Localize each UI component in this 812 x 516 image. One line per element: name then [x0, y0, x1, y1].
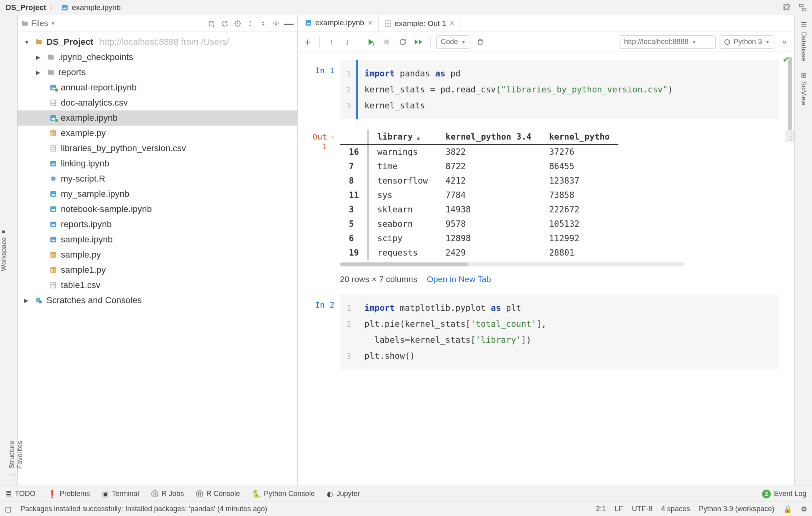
caret-down-icon[interactable]: ▼ [24, 39, 31, 45]
tree-file[interactable]: sample.ipynb [18, 232, 297, 247]
file-encoding[interactable]: UTF-8 [632, 505, 652, 513]
lock-icon[interactable]: 🔒 [783, 505, 792, 514]
editor-tab[interactable]: example.ipynb ✕ [299, 15, 379, 32]
notebook-content[interactable]: ✔ In 1 123 import pandas as pd kernel_st… [298, 52, 794, 486]
interpreter[interactable]: Python 3.9 (workspace) [699, 505, 774, 513]
tree-file[interactable]: notebook-sample.ipynb [18, 202, 297, 217]
kernel-select[interactable]: Python 3 ▼ [720, 35, 774, 49]
output-dataframe[interactable]: library▲kernel_python 3.4kernel_pytho 16… [340, 130, 618, 260]
tool-jupyter[interactable]: ◐Jupyter [327, 490, 360, 498]
notification-icon[interactable]: ▢ [5, 505, 12, 514]
project-view-label[interactable]: Files [31, 19, 48, 28]
table-row[interactable]: 19requests242928801 [340, 246, 618, 260]
tool-terminal[interactable]: ▣Terminal [102, 490, 139, 498]
run-cell-icon[interactable] [365, 36, 377, 48]
tool-eventlog[interactable]: 2 Event Log [762, 490, 806, 498]
table-row[interactable]: 7time872286455 [340, 159, 618, 174]
table-header[interactable]: kernel_pytho [540, 130, 619, 144]
restart-icon[interactable] [397, 36, 409, 48]
tool-database[interactable]: ☰ Database [800, 15, 808, 67]
tree-file[interactable]: R my-script.R [18, 171, 297, 186]
tree-file[interactable]: libraries_by_python_version.csv [18, 141, 297, 156]
tree-file[interactable]: py sample1.py [18, 262, 297, 278]
table-more-icon[interactable]: ⋮ [785, 130, 794, 142]
more-toolbar-icon[interactable]: » [778, 36, 790, 48]
move-up-icon[interactable]: ↑ [325, 36, 337, 48]
chevron-down-icon[interactable]: ⌄ [331, 132, 334, 138]
cell-type-select[interactable]: Code ▼ [436, 35, 470, 49]
table-header[interactable]: kernel_python 3.4 [437, 130, 540, 144]
tree-file[interactable]: linking.ipynb [18, 156, 297, 171]
cursor-position[interactable]: 2:1 [596, 505, 606, 513]
table-row[interactable]: 16warnings382237276 [340, 144, 618, 159]
vertical-scrollbar[interactable] [788, 57, 792, 273]
close-icon[interactable]: ✕ [449, 20, 454, 27]
horizontal-scrollbar[interactable] [340, 262, 684, 266]
tree-file[interactable]: my_sample.ipynb [18, 186, 297, 202]
chevron-down-icon[interactable]: ▼ [50, 20, 56, 26]
tree-file[interactable]: doc-analytics.csv [18, 95, 297, 110]
database-icon: ☰ [800, 21, 808, 29]
tree-item-label: example.py [61, 128, 106, 138]
caret-right-icon[interactable]: ▶ [36, 69, 43, 76]
tool-problems[interactable]: ❗Problems [48, 490, 90, 498]
project-tree[interactable]: ▼ DS_Project http://localhost:8888 from … [18, 32, 297, 486]
server-select[interactable]: http://localhost:8888 ▼ [620, 35, 716, 49]
new-file-icon[interactable] [207, 18, 217, 29]
tree-file[interactable]: py example.py [18, 126, 297, 141]
table-header[interactable] [340, 130, 368, 144]
tree-folder[interactable]: ▶ reports [18, 65, 297, 80]
move-down-icon[interactable]: ↓ [341, 36, 353, 48]
caret-right-icon[interactable]: ▶ [24, 297, 31, 304]
svg-point-40 [39, 300, 42, 304]
tool-pyconsole[interactable]: 🐍Python Console [252, 490, 315, 498]
tool-rconsole[interactable]: ⓇR Console [196, 489, 240, 499]
tool-sciview[interactable]: ⊞ SciView [800, 67, 808, 111]
table-row[interactable]: 11sys778473858 [340, 188, 618, 202]
cell-in-2[interactable]: In 2 123 import matplotlib.pyplot as plt… [306, 294, 779, 370]
add-cell-icon[interactable]: ＋ [302, 36, 314, 48]
tool-todo[interactable]: ≣TODO [6, 490, 36, 498]
tool-structure[interactable]: Structure ⋮ [8, 435, 16, 486]
tool-workspace[interactable]: ∎ Workspace [0, 224, 8, 277]
settings-icon[interactable] [271, 18, 281, 29]
table-row[interactable]: 6scipy12898112992 [340, 231, 618, 246]
tree-root[interactable]: ▼ DS_Project http://localhost:8888 from … [18, 34, 297, 50]
run-all-icon[interactable] [413, 36, 425, 48]
table-row[interactable]: 8tensorflow4212123837 [340, 174, 618, 188]
caret-right-icon[interactable]: ▶ [36, 54, 43, 60]
line-separator[interactable]: LF [615, 505, 623, 513]
cell-prompt[interactable]: Out 1 ⌄ [306, 130, 340, 284]
search-replace-icon[interactable] [798, 3, 807, 12]
tree-file[interactable]: table1.csv [18, 278, 297, 293]
delete-cell-icon[interactable] [474, 36, 486, 48]
tree-file[interactable]: annual-report.ipynb [18, 80, 297, 95]
breadcrumb-root[interactable]: DS_Project [3, 3, 48, 12]
code-editor[interactable]: import matplotlib.pyplot as plt plt.pie(… [356, 294, 779, 370]
expand-all-icon[interactable] [245, 18, 256, 29]
table-row[interactable]: 5seaborn9578105132 [340, 217, 618, 231]
breadcrumb-file[interactable]: example.ipynb [58, 3, 123, 12]
ide-settings-icon[interactable]: ⚙ [801, 505, 807, 514]
collapse-all-icon[interactable] [258, 18, 268, 29]
editor-tab[interactable]: example: Out 1 ✕ [379, 15, 461, 32]
hide-panel-icon[interactable]: — [284, 18, 294, 29]
tree-file[interactable]: example.ipynb [18, 110, 297, 126]
label: TODO [15, 490, 36, 498]
tree-file[interactable]: py sample.py [18, 247, 297, 262]
tree-file[interactable]: reports.ipynb [18, 217, 297, 232]
table-row[interactable]: 3sklearn14938222672 [340, 202, 618, 217]
target-icon[interactable] [232, 18, 243, 29]
tree-scratches[interactable]: ▶ Scratches and Consoles [18, 293, 297, 308]
close-icon[interactable]: ✕ [368, 19, 373, 27]
code-editor[interactable]: import pandas as pd kernel_stats = pd.re… [356, 60, 779, 119]
indent-settings[interactable]: 4 spaces [661, 505, 690, 513]
edit-icon[interactable] [782, 3, 791, 12]
tree-folder[interactable]: ▶ .ipynb_checkpoints [18, 50, 297, 65]
cell-in-1[interactable]: In 1 123 import pandas as pd kernel_stat… [306, 60, 779, 119]
stop-icon[interactable] [381, 36, 393, 48]
refresh-icon[interactable] [220, 18, 230, 29]
tool-rjobs[interactable]: ⓇR Jobs [151, 489, 184, 499]
open-in-new-tab-link[interactable]: Open in New Tab [427, 274, 491, 284]
table-header[interactable]: library▲ [368, 130, 436, 144]
